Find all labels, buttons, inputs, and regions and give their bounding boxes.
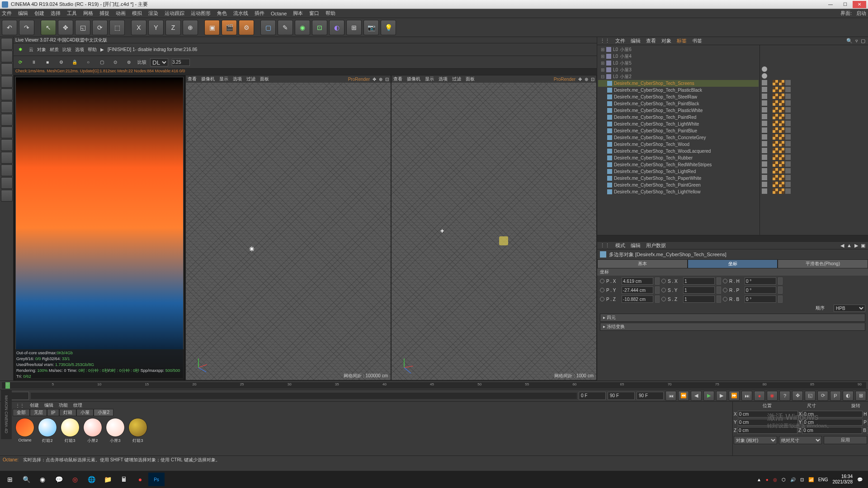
om-object-row[interactable]: Desirefx.me_CyberShop_Tech_Wood	[598, 141, 759, 148]
rot-p-input[interactable]	[745, 286, 776, 294]
lv-menu-help[interactable]: 帮助	[88, 47, 97, 53]
undo-button[interactable]: ↶	[2, 20, 17, 35]
close-button[interactable]: ✕	[853, 1, 866, 8]
om-menu-file[interactable]: 文件	[615, 38, 625, 44]
cp-mode-select[interactable]: 对象 (相对)	[734, 436, 777, 444]
vp-nav-icon[interactable]: ⊡	[385, 77, 389, 82]
om-object-row[interactable]: Desirefx.me_CyberShop_Tech_PaintGreen	[598, 182, 759, 188]
lv-menu-options[interactable]: 选项	[75, 47, 84, 53]
menu-snap[interactable]: 捕捉	[99, 10, 109, 17]
frame-end-input[interactable]	[637, 392, 664, 400]
am-menu-mode[interactable]: 模式	[615, 242, 625, 249]
spinner-icon[interactable]	[717, 277, 721, 285]
tray-icon[interactable]: ◎	[773, 477, 777, 482]
am-menu-edit[interactable]: 编辑	[631, 242, 641, 249]
menu-mesh[interactable]: 网格	[83, 10, 93, 17]
settings-icon[interactable]: ⚙	[56, 57, 66, 67]
om-object-row[interactable]: Desirefx.me_CyberShop_Tech_PlasticWhite	[598, 107, 759, 114]
viewport-1[interactable]: 查看 摄像机 显示 选项 过滤 面板 ProRender✥⊕⊡ 透视视图 ✳	[185, 75, 391, 380]
om-object-row[interactable]: Desirefx.me_CyberShop_Tech_Rubber	[598, 155, 759, 161]
om-object-row[interactable]: Desirefx.me_CyberShop_Tech_PaintRed	[598, 114, 759, 121]
om-menu-edit[interactable]: 编辑	[631, 38, 641, 44]
render-picture-button[interactable]: 🎬	[222, 20, 237, 35]
render-settings-button[interactable]: ⚙	[239, 20, 254, 35]
om-object-row[interactable]: Desirefx.me_CyberShop_Tech_PlasticBlack	[598, 87, 759, 94]
goto-next-key-button[interactable]: ⏩	[729, 391, 740, 401]
om-menu-object[interactable]: 对象	[661, 38, 671, 44]
layout-dropdown[interactable]: 启动	[856, 10, 866, 17]
viewport-solo-button[interactable]	[1, 190, 13, 202]
menu-tools[interactable]: 工具	[67, 10, 77, 17]
om-object-row[interactable]: Desirefx.me_CyberShop_Tech_LightYellow	[598, 188, 759, 195]
lock-button[interactable]	[1, 177, 13, 189]
material-tab[interactable]: 全部	[13, 409, 30, 416]
timeline-ruler[interactable]: 051015202530354045505560657075808590	[0, 380, 868, 389]
om-menu-view[interactable]: 查看	[646, 38, 656, 44]
vp-nav-icon[interactable]: ✥	[373, 77, 376, 82]
om-layer-row[interactable]: ⊞L0小屋5	[598, 60, 759, 66]
cp-pos-input[interactable]	[737, 427, 797, 434]
spinner-icon[interactable]	[778, 296, 783, 303]
start-button[interactable]: ⊞	[2, 473, 18, 486]
record-button[interactable]: ●	[754, 391, 765, 401]
workplane-button[interactable]	[1, 164, 13, 176]
anim-dot-icon[interactable]	[600, 297, 604, 301]
light-button[interactable]: 💡	[381, 20, 396, 35]
vp-nav-icon[interactable]: ⊡	[591, 77, 594, 82]
pause-icon[interactable]: ⏸	[29, 57, 39, 67]
point-mode-button[interactable]	[1, 89, 13, 100]
om-menu-bookmarks[interactable]: 书签	[692, 38, 702, 44]
vp-menu-panel[interactable]: 面板	[260, 76, 269, 82]
scale-y-input[interactable]	[683, 286, 715, 294]
om-object-row[interactable]: Desirefx.me_CyberShop_Tech_ConcreteGrey	[598, 134, 759, 141]
om-layer-row[interactable]: ⊞L0小屋4	[598, 53, 759, 60]
menu-mograph[interactable]: 运动图形	[191, 10, 211, 17]
am-nav-up-icon[interactable]: ▲	[847, 243, 852, 249]
anim-dot-icon[interactable]	[723, 279, 727, 283]
om-tag-row[interactable]	[760, 133, 868, 140]
anim-dot-icon[interactable]	[723, 288, 727, 292]
tweak-mode-button[interactable]	[1, 139, 13, 151]
lv-menu-compare[interactable]: 比较	[62, 47, 71, 53]
om-object-row[interactable]: Desirefx.me_CyberShop_Tech_WoodLacquered	[598, 148, 759, 155]
om-filter-icon[interactable]: ▿	[855, 38, 858, 44]
mat-menu-texture[interactable]: 纹理	[73, 402, 82, 408]
om-object-row[interactable]: Desirefx.me_CyberShop_Tech_RedWhiteStrip…	[598, 161, 759, 168]
taskbar-app-explorer[interactable]: 📁	[99, 473, 116, 486]
cp-size-input[interactable]	[802, 419, 863, 426]
material-tab[interactable]: 灯箱	[59, 409, 76, 416]
am-nav-lock-icon[interactable]: ▣	[861, 243, 865, 249]
menu-window[interactable]: 窗口	[309, 10, 319, 17]
lv-menu-material[interactable]: 材质	[50, 47, 59, 53]
texture-mode-button[interactable]	[1, 63, 13, 75]
frame-range-end-input[interactable]	[608, 392, 635, 400]
tray-lang[interactable]: ENG	[818, 477, 828, 482]
cp-apply-button[interactable]: 应用	[824, 436, 867, 444]
menu-motion-track[interactable]: 运动跟踪	[165, 10, 184, 17]
om-object-row[interactable]: Desirefx.me_CyberShop_Tech_SteelRaw	[598, 94, 759, 100]
gamma-input[interactable]	[172, 59, 190, 66]
scale-x-input[interactable]	[683, 277, 715, 285]
aov-select[interactable]: DL	[150, 58, 168, 66]
taskbar-app-chrome[interactable]: 🌐	[83, 473, 99, 486]
taskbar-app-wechat[interactable]: 💬	[51, 473, 67, 486]
taskbar-app-record[interactable]: ●	[132, 473, 148, 486]
om-tag-row[interactable]	[760, 79, 868, 86]
taskbar-app-2[interactable]: ◎	[67, 473, 83, 486]
pos-key-button[interactable]: ✥	[792, 391, 803, 401]
scale-button[interactable]: ◱	[75, 20, 90, 35]
maximize-button[interactable]: ☐	[838, 1, 852, 8]
render-view-button[interactable]: ▣	[204, 20, 220, 35]
om-tag-row[interactable]	[760, 86, 868, 93]
timeline-options-button[interactable]: ⊞	[855, 391, 866, 401]
om-object-row[interactable]: Desirefx.me_CyberShop_Tech_PaperWhite	[598, 175, 759, 182]
prorender-label[interactable]: ProRender	[348, 77, 370, 82]
mat-menu-edit[interactable]: 编辑	[44, 402, 53, 408]
attr-freeze-group[interactable]: ▸ 冻结变换	[600, 323, 865, 331]
next-frame-button[interactable]: ▶	[716, 391, 727, 401]
pla-key-button[interactable]: ◐	[843, 391, 854, 401]
scale-z-input[interactable]	[683, 296, 715, 303]
spinner-icon[interactable]	[778, 277, 783, 285]
material-tab[interactable]: 无层	[30, 409, 47, 416]
material-item[interactable]: 灯箱2	[37, 418, 58, 444]
